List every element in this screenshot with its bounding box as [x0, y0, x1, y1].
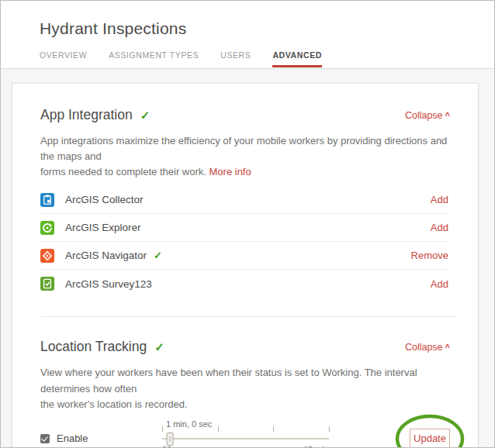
app-name: ArcGIS Navigator — [65, 250, 147, 261]
tab-overview[interactable]: OVERVIEW — [40, 50, 87, 67]
slider-tick — [273, 426, 274, 432]
page-title: Hydrant Inspections — [40, 19, 494, 38]
tab-advanced[interactable]: ADVANCED — [272, 50, 322, 67]
location-tracking-section: Location Tracking ✓ Collapse^ View where… — [40, 339, 450, 448]
survey123-add-link[interactable]: Add — [431, 278, 450, 290]
section-complete-check-icon: ✓ — [140, 109, 151, 122]
app-row-navigator: ArcGIS Navigator ✓ Remove — [40, 242, 450, 270]
enable-label: Enable — [57, 432, 88, 444]
enable-checkbox[interactable] — [40, 434, 50, 443]
slider-track[interactable] — [162, 438, 329, 439]
chevron-up-icon: ^ — [445, 111, 450, 120]
app-name: ArcGIS Explorer — [65, 222, 141, 233]
update-button[interactable]: Update — [410, 429, 450, 448]
slider-max-label: 15 min — [303, 445, 329, 448]
advanced-settings-card: App Integration ✓ Collapse^ App integrat… — [12, 83, 479, 448]
slider-tick — [329, 426, 330, 432]
collector-app-icon — [40, 193, 54, 207]
section-complete-check-icon: ✓ — [154, 340, 164, 354]
app-list: ArcGIS Collector Add ArcGIS Explorer Add — [40, 186, 450, 298]
location-tracking-title: Location Tracking — [40, 339, 147, 355]
explorer-app-icon — [40, 221, 54, 235]
app-integration-section: App Integration ✓ Collapse^ App integrat… — [40, 107, 450, 298]
slider-handle[interactable] — [166, 432, 173, 446]
page-header: Hydrant Inspections OVERVIEW ASSIGNMENT … — [1, 1, 494, 69]
explorer-add-link[interactable]: Add — [431, 222, 450, 233]
survey123-app-icon — [40, 277, 54, 291]
section-divider — [40, 316, 458, 317]
chevron-up-icon: ^ — [445, 343, 450, 352]
app-row-collector: ArcGIS Collector Add — [40, 186, 450, 214]
tracking-controls-row: Enable 1 min, 0 sec 30 sec 15 min Update — [40, 420, 450, 448]
app-integration-collapse-link[interactable]: Collapse^ — [405, 110, 450, 121]
enable-group: Enable — [40, 432, 162, 444]
collector-add-link[interactable]: Add — [431, 194, 450, 205]
more-info-link[interactable]: More info — [209, 166, 251, 177]
location-tracking-description: View where your workers have been when t… — [40, 365, 450, 412]
app-name: ArcGIS Collector — [65, 194, 144, 205]
app-integration-title: App Integration — [40, 107, 133, 123]
app-name: ArcGIS Survey123 — [65, 278, 152, 290]
slider-tick — [218, 426, 219, 432]
navigator-app-icon — [40, 249, 54, 263]
location-tracking-collapse-link[interactable]: Collapse^ — [405, 342, 450, 353]
slider-min-label: 30 sec — [162, 445, 187, 448]
slider-tick — [162, 426, 163, 432]
navigator-remove-link[interactable]: Remove — [411, 250, 450, 261]
app-row-survey123: ArcGIS Survey123 Add — [40, 270, 450, 298]
tab-assignment-types[interactable]: ASSIGNMENT TYPES — [109, 50, 199, 67]
app-enabled-check-icon: ✓ — [154, 250, 162, 261]
tab-bar: OVERVIEW ASSIGNMENT TYPES USERS ADVANCED — [40, 50, 494, 67]
tab-users[interactable]: USERS — [220, 50, 251, 67]
app-integration-description: App integrations maximize the efficiency… — [40, 133, 450, 180]
app-row-explorer: ArcGIS Explorer Add — [40, 214, 450, 242]
interval-slider: 1 min, 0 sec 30 sec 15 min — [162, 421, 329, 448]
workforce-advanced-page: { "header": { "title": "Hydrant Inspecti… — [0, 0, 495, 448]
slider-value-label: 1 min, 0 sec — [166, 419, 212, 429]
update-button-area: Update — [410, 429, 450, 448]
